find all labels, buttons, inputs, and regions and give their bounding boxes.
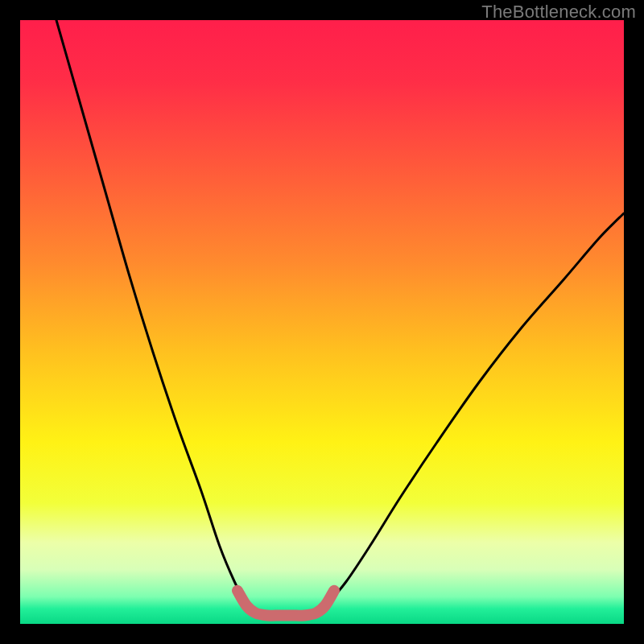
bottom-highlight-curve bbox=[237, 591, 334, 616]
curve-layer bbox=[20, 20, 624, 624]
watermark-text: TheBottleneck.com bbox=[481, 2, 636, 23]
plot-area bbox=[20, 20, 624, 624]
left-curve bbox=[56, 20, 256, 613]
outer-black-frame: TheBottleneck.com bbox=[0, 0, 644, 644]
right-curve bbox=[316, 213, 625, 613]
